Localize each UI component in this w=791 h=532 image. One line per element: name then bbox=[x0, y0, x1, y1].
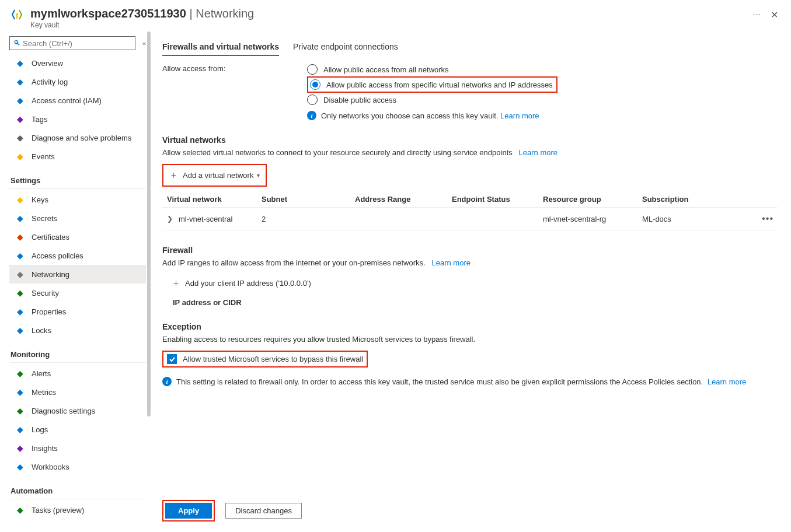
discard-button[interactable]: Discard changes bbox=[225, 503, 302, 519]
radio-specific-networks[interactable] bbox=[310, 79, 320, 90]
apply-button[interactable]: Apply bbox=[165, 503, 212, 519]
tasks-icon: ◆ bbox=[15, 505, 25, 514]
sidebar-item-alerts[interactable]: ◆Alerts bbox=[9, 364, 146, 383]
sidebar-item-tasks-preview-[interactable]: ◆Tasks (preview) bbox=[9, 501, 146, 519]
trusted-services-label: Allow trusted Microsoft services to bypa… bbox=[183, 355, 363, 363]
expand-row-icon[interactable]: ❯ bbox=[167, 215, 173, 223]
sidebar-item-activity-log[interactable]: ◆Activity log bbox=[9, 72, 146, 91]
globe-icon: ◆ bbox=[15, 58, 25, 68]
sidebar-item-properties[interactable]: ◆Properties bbox=[9, 302, 146, 321]
sidebar-section-monitoring: Monitoring bbox=[9, 344, 146, 363]
radio-disable-public[interactable] bbox=[307, 94, 318, 105]
page-title: mymlworkspace2730511930 | Networking bbox=[30, 7, 745, 20]
sidebar-item-access-control-iam-[interactable]: ◆Access control (IAM) bbox=[9, 91, 146, 110]
access-info-text: Only networks you choose can access this… bbox=[321, 111, 498, 120]
add-virtual-network-button[interactable]: ＋ Add a virtual network ▾ bbox=[166, 166, 263, 184]
firewall-learn-more-link[interactable]: Learn more bbox=[431, 258, 470, 267]
col-endpoint-status: Endpoint Status bbox=[452, 195, 543, 204]
blade-header: mymlworkspace2730511930 | Networking Key… bbox=[0, 0, 791, 32]
col-subnet: Subnet bbox=[262, 195, 355, 204]
sidebar-item-diagnostic-settings[interactable]: ◆Diagnostic settings bbox=[9, 401, 146, 420]
footer-actions: Apply Discard changes bbox=[162, 500, 302, 522]
sidebar-item-label: Alerts bbox=[32, 369, 51, 378]
content-scrollbar[interactable] bbox=[146, 32, 152, 532]
exception-learn-more-link[interactable]: Learn more bbox=[708, 377, 746, 386]
ip-cidr-label: IP address or CIDR bbox=[173, 298, 777, 307]
resource-type: Key vault bbox=[30, 21, 745, 29]
radio-all-networks[interactable] bbox=[307, 64, 318, 75]
sidebar-item-label: Activity log bbox=[32, 78, 68, 86]
wrench-icon: ◆ bbox=[15, 133, 25, 142]
log-icon: ◆ bbox=[15, 77, 25, 86]
lock-icon: ◆ bbox=[15, 326, 25, 335]
cell-vnet: ml-vnet-scentral bbox=[179, 215, 232, 223]
radio-disable-public-label: Disable public access bbox=[323, 96, 396, 104]
sidebar-item-secrets[interactable]: ◆Secrets bbox=[9, 209, 146, 228]
sidebar-section-automation: Automation bbox=[9, 481, 146, 499]
keyvault-icon bbox=[11, 8, 23, 23]
allow-access-label: Allow access from: bbox=[162, 62, 305, 73]
access-learn-more-link[interactable]: Learn more bbox=[500, 111, 539, 120]
exception-info-text: This setting is related to firewall only… bbox=[176, 377, 703, 386]
exception-desc: Enabling access to resources requires yo… bbox=[162, 335, 777, 344]
shield-icon: ◆ bbox=[15, 288, 25, 298]
search-input-container[interactable]: 🔍︎ bbox=[9, 36, 135, 50]
sidebar-item-security[interactable]: ◆Security bbox=[9, 284, 146, 302]
sidebar-item-workbooks[interactable]: ◆Workbooks bbox=[9, 457, 146, 476]
row-actions-button[interactable]: ••• bbox=[712, 214, 777, 224]
tab-firewalls[interactable]: Firewalls and virtual networks bbox=[162, 38, 279, 56]
sidebar-item-label: Tasks (preview) bbox=[32, 506, 84, 514]
firewall-desc: Add IP ranges to allow access from the i… bbox=[162, 258, 426, 267]
sidebar-item-label: Tags bbox=[32, 115, 47, 124]
close-button[interactable]: ✕ bbox=[768, 7, 780, 23]
events-icon: ◆ bbox=[15, 152, 25, 161]
metrics-icon: ◆ bbox=[15, 387, 25, 397]
sidebar-item-networking[interactable]: ◆Networking bbox=[9, 265, 146, 284]
sidebar-item-diagnose-and-solve-problems[interactable]: ◆Diagnose and solve problems bbox=[9, 128, 146, 147]
info-icon: i bbox=[307, 111, 316, 120]
add-client-ip-button[interactable]: ＋ Add your client IP address ('10.0.0.0'… bbox=[168, 274, 315, 292]
search-input[interactable] bbox=[23, 39, 131, 48]
radio-specific-networks-label: Allow public access from specific virtua… bbox=[326, 80, 553, 89]
sidebar-item-insights[interactable]: ◆Insights bbox=[9, 439, 146, 457]
plus-icon: ＋ bbox=[169, 170, 178, 181]
sidebar-item-label: Logs bbox=[32, 425, 48, 434]
sidebar-item-label: Security bbox=[32, 289, 59, 298]
cell-subnet: 2 bbox=[262, 215, 355, 223]
cell-subsc: ML-docs bbox=[642, 215, 712, 223]
tab-private-endpoints[interactable]: Private endpoint connections bbox=[293, 38, 398, 56]
vnet-table: Virtual network Subnet Address Range End… bbox=[162, 191, 777, 230]
sidebar-item-metrics[interactable]: ◆Metrics bbox=[9, 383, 146, 401]
sidebar-item-label: Diagnostic settings bbox=[32, 407, 95, 415]
info-icon: i bbox=[162, 377, 172, 386]
trusted-services-checkbox[interactable] bbox=[167, 354, 177, 364]
cert-icon: ◆ bbox=[15, 232, 25, 242]
sidebar-item-locks[interactable]: ◆Locks bbox=[9, 321, 146, 340]
secret-icon: ◆ bbox=[15, 214, 25, 223]
alert-icon: ◆ bbox=[15, 369, 25, 378]
sidebar-item-tags[interactable]: ◆Tags bbox=[9, 110, 146, 128]
iam-icon: ◆ bbox=[15, 96, 25, 105]
policies-icon: ◆ bbox=[15, 251, 25, 260]
sidebar-item-logs[interactable]: ◆Logs bbox=[9, 420, 146, 439]
sidebar-item-events[interactable]: ◆Events bbox=[9, 147, 146, 166]
sidebar-item-label: Access control (IAM) bbox=[32, 96, 102, 105]
sidebar-item-certificates[interactable]: ◆Certificates bbox=[9, 228, 146, 246]
sidebar-item-keys[interactable]: ◆Keys bbox=[9, 190, 146, 209]
sidebar-item-label: Secrets bbox=[32, 214, 57, 223]
diag-icon: ◆ bbox=[15, 406, 25, 415]
vnet-learn-more-link[interactable]: Learn more bbox=[519, 148, 557, 157]
sidebar-item-label: Metrics bbox=[32, 388, 56, 397]
sidebar-item-label: Workbooks bbox=[32, 463, 69, 471]
sidebar-item-label: Certificates bbox=[32, 233, 69, 242]
logs-icon: ◆ bbox=[15, 425, 25, 434]
col-resource-group: Resource group bbox=[543, 195, 642, 204]
insights-icon: ◆ bbox=[15, 443, 25, 453]
sidebar-item-overview[interactable]: ◆Overview bbox=[9, 54, 146, 72]
sidebar-item-label: Access policies bbox=[32, 251, 83, 260]
sidebar-item-label: Keys bbox=[32, 195, 48, 204]
sidebar-item-access-policies[interactable]: ◆Access policies bbox=[9, 246, 146, 265]
workbooks-icon: ◆ bbox=[15, 462, 25, 471]
sidebar: 🔍︎ « ◆Overview◆Activity log◆Access contr… bbox=[0, 32, 146, 532]
more-button[interactable]: … bbox=[745, 7, 768, 17]
